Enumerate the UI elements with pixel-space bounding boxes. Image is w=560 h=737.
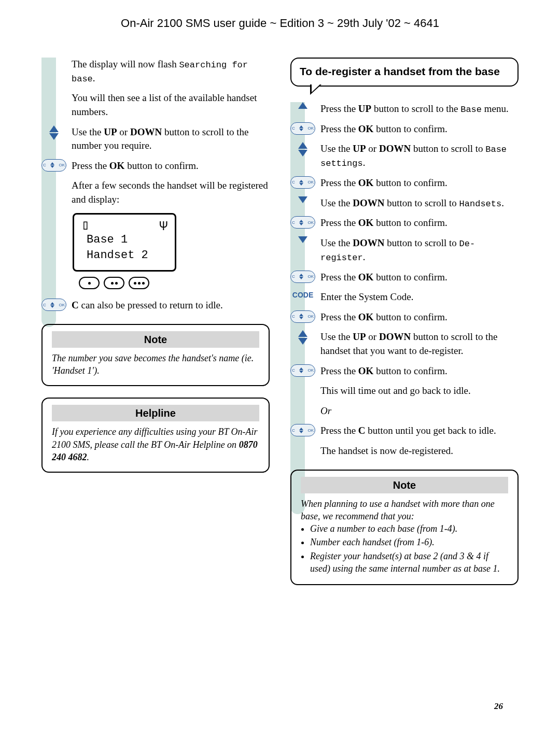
step-11: Use the UP or DOWN button to scroll to t… <box>320 330 519 358</box>
step-3: Use the UP or DOWN button to scroll to B… <box>320 142 519 170</box>
note-box-left: Note The number you save becomes the han… <box>41 324 270 387</box>
note-body-right: When planning to use a handset with more… <box>301 498 508 575</box>
note-heading: Note <box>52 331 259 348</box>
step-5: Use the DOWN button to scroll to Handset… <box>320 196 519 210</box>
code-label: CODE <box>290 290 315 301</box>
note-body: The number you save becomes the handset'… <box>52 352 259 377</box>
para-scroll-number: Use the UP or DOWN button to scroll to t… <box>72 125 270 153</box>
ok-button-icon: COK <box>41 299 66 311</box>
lcd-display: ▯Ψ Base 1 Handset 2 <box>41 213 270 290</box>
para-press-ok-1: Press the OK button to confirm. <box>72 159 270 173</box>
ok-button-icon: COK <box>290 122 315 135</box>
battery-icon: ▯ <box>81 219 90 232</box>
note-heading-right: Note <box>301 477 508 493</box>
ok-button-icon: COK <box>41 159 66 172</box>
left-column: The display will now flash Searching for… <box>41 58 270 586</box>
ok-button-icon: COK <box>290 364 315 377</box>
para-registered: After a few seconds the handset will be … <box>72 179 270 206</box>
dot-indicators <box>79 277 270 289</box>
step-15: Press the C button until you get back to… <box>320 424 519 438</box>
step-4: Press the OK button to confirm. <box>320 176 519 190</box>
step-1: Press the UP button to scroll to the Bas… <box>320 102 519 116</box>
helpline-box: Helpline If you experience any difficult… <box>41 398 270 473</box>
para-available-numbers: You will then see a list of the availabl… <box>72 91 270 119</box>
down-icon <box>290 236 315 243</box>
ok-button-icon: COK <box>290 424 315 436</box>
page-header: On-Air 2100 SMS user guide ~ Edition 3 ~… <box>41 16 519 32</box>
updown-icon <box>41 125 66 140</box>
ok-button-icon: COK <box>290 310 315 323</box>
step-12: Press the OK button to confirm. <box>320 364 519 378</box>
ok-button-icon: COK <box>290 216 315 229</box>
updown-icon <box>290 142 315 157</box>
callout-box: To de-register a handset from the base <box>290 58 519 87</box>
step-6: Press the OK button to confirm. <box>320 216 519 230</box>
antenna-icon: Ψ <box>159 220 167 233</box>
para-c-return: C can also be pressed to return to idle. <box>72 299 270 313</box>
step-7: Use the DOWN button to scroll to De-regi… <box>320 236 519 264</box>
step-or: Or <box>320 404 519 418</box>
ok-button-icon: COK <box>290 176 315 189</box>
step-13: This will time out and go back to idle. <box>320 384 519 398</box>
step-10: Press the OK button to confirm. <box>320 310 519 324</box>
down-icon <box>290 196 315 203</box>
up-icon <box>290 102 315 109</box>
step-2: Press the OK button to confirm. <box>320 122 519 136</box>
para-searching: The display will now flash Searching for… <box>72 58 270 86</box>
page-number: 26 <box>494 700 503 713</box>
step-9: Enter the System Code. <box>320 290 519 304</box>
note-box-right: Note When planning to use a handset with… <box>290 470 519 586</box>
step-8: Press the OK button to confirm. <box>320 271 519 285</box>
helpline-heading: Helpline <box>52 405 259 421</box>
updown-icon <box>290 330 315 345</box>
ok-button-icon: COK <box>290 271 315 283</box>
helpline-body: If you experience any difficulties using… <box>52 426 259 463</box>
right-column: To de-register a handset from the base P… <box>290 58 519 586</box>
step-16: The handset is now de-registered. <box>320 444 519 458</box>
